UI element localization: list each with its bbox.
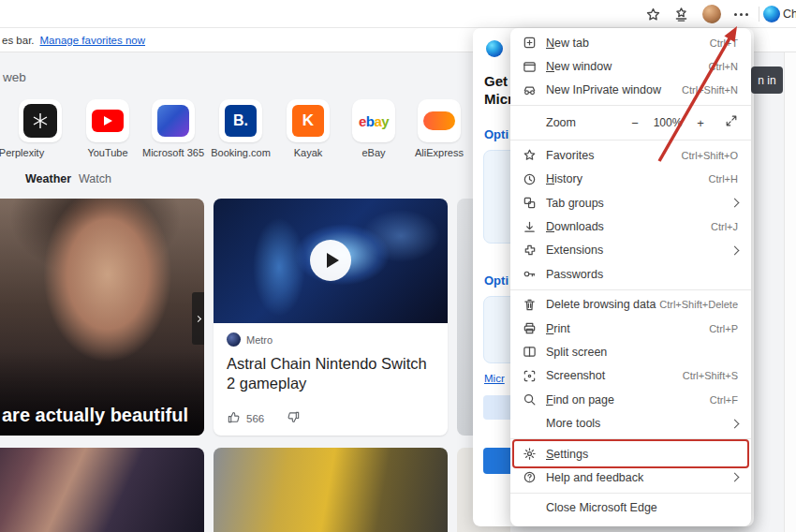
shortcut-perplexity[interactable] <box>19 99 62 142</box>
news-card-bottom-middle[interactable] <box>214 448 448 532</box>
printer-icon <box>522 321 537 336</box>
menu-item-new-window[interactable]: New window Ctrl+N <box>510 54 751 78</box>
menu-item-shortcut: Ctrl+F <box>710 394 738 406</box>
like-count: 566 <box>246 413 264 424</box>
like-button[interactable] <box>227 410 241 426</box>
shortcut-aliexpress[interactable] <box>418 99 461 142</box>
feed-tab-weather[interactable]: Weather <box>25 172 71 185</box>
menu-item-shortcut: Ctrl+N <box>709 61 738 72</box>
dialog-link-fragment[interactable]: Micr <box>484 373 505 384</box>
background-window-label: Ch <box>783 7 796 21</box>
feed-tab-watch[interactable]: Watch <box>79 172 111 185</box>
menu-item-shortcut: Ctrl+Shift+O <box>681 150 738 161</box>
menu-item-shortcut: Ctrl+Shift+S <box>683 370 738 381</box>
settings-and-more-button[interactable] <box>730 4 752 24</box>
menu-item-extensions[interactable]: Extensions <box>510 239 751 262</box>
menu-item-label: Find on page <box>546 393 614 406</box>
menu-item-label: Extensions <box>546 244 603 257</box>
menu-item-label: Screenshot <box>546 369 605 382</box>
news-card-hero[interactable]: are actually beautiful <box>0 199 204 436</box>
menu-item-find-on-page[interactable]: Find on page Ctrl+F <box>510 388 751 411</box>
new-window-icon <box>522 59 537 74</box>
menu-item-label: New window <box>546 60 612 73</box>
shortcut-youtube[interactable] <box>86 99 129 142</box>
trash-icon <box>522 297 537 312</box>
fullscreen-icon[interactable] <box>725 114 738 131</box>
gear-icon <box>522 447 537 462</box>
news-card-metro[interactable]: Metro Astral Chain Nintendo Switch 2 gam… <box>214 199 448 436</box>
browser-toolbar: Ch <box>0 0 796 28</box>
toolbar-divider <box>759 7 759 22</box>
menu-item-more-tools[interactable]: More tools <box>510 411 751 435</box>
zoom-label: Zoom <box>546 116 576 129</box>
menu-item-shortcut: Ctrl+H <box>709 173 738 185</box>
menu-item-shortcut: Ctrl+T <box>710 37 738 49</box>
play-button[interactable] <box>310 240 351 281</box>
downloads-icon <box>522 219 537 234</box>
menu-item-downloads[interactable]: Downloads Ctrl+J <box>510 214 751 238</box>
menu-item-label: Settings <box>546 448 588 461</box>
menu-item-zoom: Zoom − 100% + <box>510 109 751 137</box>
window-edge-band <box>784 0 796 532</box>
dialog-title-fragment: Micr <box>484 91 513 107</box>
shortcut-label: Kayak <box>274 147 342 158</box>
split-screen-icon <box>522 345 537 360</box>
dialog-section-fragment: Opti <box>484 127 509 141</box>
screenshot-icon <box>522 368 537 383</box>
menu-item-print[interactable]: Print Ctrl+P <box>510 317 751 340</box>
screen: Ch es bar. Manage favorites now web Perp… <box>0 0 796 532</box>
menu-item-label: Help and feedback <box>546 471 643 484</box>
shortcut-label: Booking.com <box>207 147 274 158</box>
shortcut-booking[interactable]: B. <box>219 99 262 142</box>
menu-item-new-tab[interactable]: New tab Ctrl+T <box>510 31 751 54</box>
menu-item-close-edge[interactable]: Close Microsoft Edge <box>510 496 751 520</box>
shortcut-ebay[interactable]: ebay <box>352 99 395 142</box>
shortcut-microsoft-365[interactable] <box>152 99 195 142</box>
menu-item-passwords[interactable]: Passwords <box>510 262 751 286</box>
zoom-in-button[interactable]: + <box>692 114 709 131</box>
menu-item-label: More tools <box>546 417 600 430</box>
menu-item-shortcut: Ctrl+Shift+N <box>682 84 738 96</box>
edge-logo-icon <box>763 6 780 22</box>
menu-item-history[interactable]: History Ctrl+H <box>510 168 751 191</box>
article-title: Astral Chain Nintendo Switch 2 gameplay <box>227 354 435 394</box>
menu-item-label: Tab groups <box>546 197 604 210</box>
kayak-logo-icon: K <box>292 105 324 137</box>
profile-avatar[interactable] <box>702 5 721 23</box>
menu-item-settings[interactable]: Settings <box>510 442 751 466</box>
search-box-fragment[interactable]: web <box>3 70 26 84</box>
submenu-chevron-icon <box>730 245 740 255</box>
edge-menu: New tab Ctrl+T New window Ctrl+N New InP… <box>510 28 751 526</box>
menu-item-split-screen[interactable]: Split screen <box>510 340 751 363</box>
shortcut-label: Microsoft 365 <box>140 147 207 158</box>
menu-item-help-and-feedback[interactable]: Help and feedback <box>510 466 751 489</box>
submenu-chevron-icon <box>730 199 740 208</box>
dislike-button[interactable] <box>287 410 301 426</box>
close-icon-slot <box>522 500 537 515</box>
shortcut-label: eBay <box>340 147 407 158</box>
menu-item-shortcut: Ctrl+Shift+Delete <box>659 299 738 310</box>
manage-favorites-link[interactable]: Manage favorites now <box>40 35 146 46</box>
tab-groups-icon <box>522 196 537 211</box>
sign-in-button[interactable]: n in <box>751 66 783 94</box>
menu-item-shortcut: Ctrl+J <box>711 221 738 232</box>
zoom-out-button[interactable]: − <box>626 114 643 131</box>
menu-separator <box>510 105 751 106</box>
news-card-bottom-left[interactable] <box>0 448 204 532</box>
perplexity-logo-icon <box>23 104 57 138</box>
microsoft-365-logo-icon <box>157 105 189 137</box>
menu-item-tab-groups[interactable]: Tab groups <box>510 191 751 214</box>
shortcut-kayak[interactable]: K <box>287 99 330 142</box>
favorite-star-icon[interactable] <box>642 4 663 24</box>
menu-item-new-inprivate-window[interactable]: New InPrivate window Ctrl+Shift+N <box>510 79 751 102</box>
carousel-next-button[interactable] <box>192 292 204 345</box>
menu-item-screenshot[interactable]: Screenshot Ctrl+Shift+S <box>510 364 751 388</box>
shortcut-label: Perplexity <box>0 147 55 158</box>
shortcut-label: YouTube <box>74 147 141 158</box>
dialog-section-fragment: Opti <box>484 273 509 288</box>
favorites-hub-icon[interactable] <box>671 4 691 24</box>
menu-item-delete-browsing-data[interactable]: Delete browsing data Ctrl+Shift+Delete <box>510 293 751 317</box>
menu-item-favorites[interactable]: Favorites Ctrl+Shift+O <box>510 143 751 167</box>
submenu-chevron-icon <box>730 473 740 482</box>
ebay-logo-icon: ebay <box>359 113 389 129</box>
